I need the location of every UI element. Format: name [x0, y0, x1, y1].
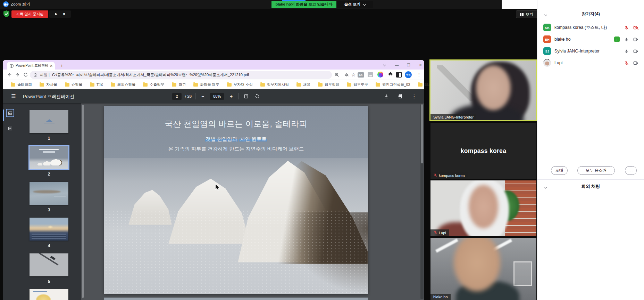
- tab-search-chevron-icon[interactable]: [379, 62, 389, 68]
- zoom-page-icon[interactable]: [333, 72, 340, 78]
- folder-icon: [296, 83, 301, 87]
- download-icon[interactable]: [383, 92, 390, 100]
- thumbnails-view-button[interactable]: [6, 109, 14, 117]
- thumbnail-preview[interactable]: [30, 289, 68, 300]
- pdf-page-controls: / 26 − 88% +: [172, 89, 261, 103]
- thumbnail-preview[interactable]: [30, 110, 68, 133]
- bookmark-item[interactable]: 부자재 소싱: [224, 81, 256, 88]
- video-tile-blake[interactable]: blake ho: [430, 238, 536, 300]
- zoom-out-button[interactable]: −: [199, 92, 207, 100]
- thumbnail-item[interactable]: 3: [30, 182, 68, 212]
- thumbnail-item[interactable]: 4: [30, 218, 68, 248]
- thumbnail-item[interactable]: 2: [30, 146, 68, 177]
- participant-row[interactable]: SJ Sylvia JANG-Interpreter ↑: [537, 45, 644, 57]
- thumbnail-item[interactable]: 5: [30, 253, 68, 284]
- back-icon[interactable]: [6, 71, 13, 78]
- bookmark-item[interactable]: 해외쇼핑몰: [108, 81, 139, 88]
- outline-view-button[interactable]: [6, 124, 14, 132]
- extension-instagram-icon[interactable]: [377, 72, 383, 78]
- browser-close-button[interactable]: ✕: [416, 62, 425, 68]
- camera-status-icon: [633, 48, 639, 54]
- share-icon[interactable]: [343, 72, 350, 78]
- participants-more-button[interactable]: ···: [625, 166, 637, 175]
- extensions-puzzle-icon[interactable]: [387, 72, 394, 78]
- participants-list: KK kompass korea (호스트, 나) ↑ BH blake ho: [537, 22, 644, 69]
- video-tile-sylvia[interactable]: Sylvia JANG-Interpreter: [429, 59, 537, 121]
- browser-tab-active[interactable]: PowerPoint 프레젠테이션 ✕: [7, 62, 55, 70]
- profile-avatar[interactable]: 재현: [405, 71, 412, 78]
- thumbnail-item[interactable]: [30, 289, 68, 300]
- bookmark-item[interactable]: TJX: [87, 82, 106, 88]
- bookmark-item[interactable]: 채용: [293, 81, 313, 88]
- print-icon[interactable]: [396, 92, 404, 100]
- rotate-icon[interactable]: [253, 92, 261, 100]
- extension-darkmode-icon[interactable]: [396, 72, 402, 78]
- pdf-viewer-body: 1 2 3: [3, 103, 424, 300]
- participant-row[interactable]: Lupi ↑: [537, 57, 644, 69]
- video-tile-kompass[interactable]: kompass korea kompass korea: [430, 123, 536, 179]
- reload-icon[interactable]: [22, 71, 30, 78]
- participant-row[interactable]: KK kompass korea (호스트, 나) ↑: [537, 22, 644, 33]
- slide-subtitle-line2: 온 가족의 피부를 건강하게 만드는 자연주의 바디케어 브랜드: [104, 146, 368, 152]
- url-input[interactable]: 파일 | G:/공유%20드라이브/솔테라피/제품소개서/회사소개서_국문/솔테…: [30, 71, 332, 79]
- highlighted-text: 자연 원료로: [239, 136, 267, 142]
- thumbnail-preview[interactable]: [30, 253, 68, 276]
- view-options-button[interactable]: 옵션 보기: [336, 1, 373, 8]
- bookmark-item[interactable]: 자사몰: [36, 81, 60, 88]
- zoom-in-button[interactable]: +: [227, 92, 235, 100]
- participant-row[interactable]: BH blake ho ↑: [537, 33, 644, 45]
- thumbnail-scrollbar[interactable]: [82, 105, 84, 298]
- new-tab-button[interactable]: +: [58, 62, 65, 69]
- thumbnail-preview[interactable]: [30, 182, 68, 205]
- bookmark-item[interactable]: 업무정리: [315, 81, 342, 88]
- zoom-level-value[interactable]: 88%: [210, 93, 224, 100]
- recording-resume-button[interactable]: ▶: [55, 13, 58, 16]
- thumbnail-page-number: 1: [48, 136, 50, 141]
- browser-restore-button[interactable]: ❐: [404, 62, 413, 68]
- recording-stop-button[interactable]: ■: [63, 13, 65, 16]
- fit-page-icon[interactable]: [242, 92, 250, 100]
- participant-name: Sylvia JANG-Interpreter: [554, 49, 623, 54]
- invite-button[interactable]: 초대: [551, 166, 568, 175]
- participants-header: 참가자(4): [537, 10, 644, 19]
- bookmark-item[interactable]: 화장품 제조: [190, 81, 222, 88]
- bookmark-star-icon[interactable]: ☆: [350, 72, 357, 78]
- salt-pile-small: [128, 176, 172, 225]
- avatar: BH: [543, 35, 551, 43]
- security-shield-icon[interactable]: [3, 10, 9, 18]
- thumbnail-page-number: 4: [48, 243, 50, 248]
- bookmark-item[interactable]: 영진그린식품_02: [373, 81, 413, 88]
- pdf-scrollbar[interactable]: [420, 104, 424, 299]
- thumbnail-preview[interactable]: [30, 146, 68, 169]
- bookmark-item[interactable]: 광고: [169, 81, 189, 88]
- sidebar-selected-indicator: [3, 110, 4, 121]
- tab-close-icon[interactable]: ✕: [50, 64, 53, 68]
- participant-name: Lupi: [554, 60, 623, 65]
- video-tile-lupi[interactable]: Lupi: [430, 180, 536, 236]
- extension-box-icon[interactable]: [368, 72, 373, 77]
- page-number-input[interactable]: [172, 93, 182, 100]
- folder-icon: [227, 83, 232, 87]
- thumbnail-item[interactable]: 1: [30, 110, 68, 141]
- bookmark-item[interactable]: 정부지원사업: [257, 81, 292, 88]
- view-layout-button[interactable]: 보기: [516, 10, 537, 18]
- mic-status-icon: [623, 36, 629, 42]
- bookmark-item[interactable]: 수출업무: [140, 81, 167, 88]
- mute-all-button[interactable]: 모두 음소거: [577, 166, 615, 175]
- bookmark-item[interactable]: 솔테라피: [8, 81, 35, 88]
- folder-icon: [111, 83, 115, 87]
- browser-minimize-button[interactable]: —: [392, 62, 402, 68]
- pdf-menu-icon[interactable]: ☰: [9, 92, 18, 100]
- thumbnail-preview[interactable]: [30, 218, 68, 241]
- pdf-scrollbar-thumb[interactable]: [421, 104, 423, 163]
- extension-ex-icon[interactable]: EX: [358, 72, 364, 78]
- participant-name: kompass korea (호스트, 나): [554, 25, 623, 31]
- page-info-icon[interactable]: [33, 73, 37, 77]
- browser-menu-icon[interactable]: ⋮: [416, 71, 422, 78]
- pdf-more-icon[interactable]: ⋮: [410, 92, 418, 100]
- forward-icon[interactable]: [14, 71, 22, 78]
- bookmark-item[interactable]: 업무도구: [344, 81, 371, 88]
- mic-status-icon: [623, 24, 629, 31]
- bookmark-item[interactable]: 쇼핑몰: [62, 81, 86, 88]
- pdf-page-slide2: 국산 천일염의 바르는 이로움, 솔테라피 갯벌 천일염과 자연 원료로 온 가…: [104, 106, 368, 294]
